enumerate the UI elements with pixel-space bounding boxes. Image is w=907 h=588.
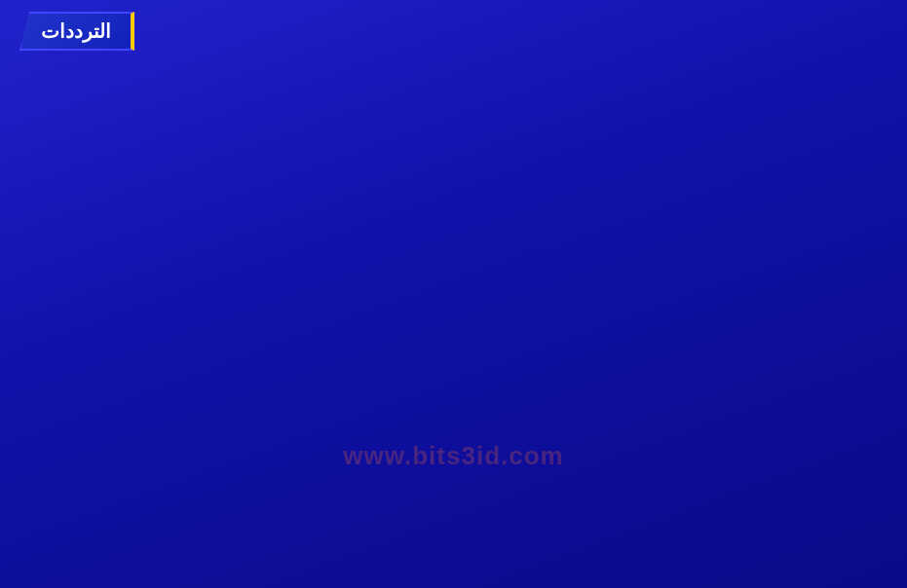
page-title: الترددات (19, 12, 134, 51)
title-text: الترددات (41, 20, 111, 42)
header: الترددات (0, 0, 907, 55)
background (0, 0, 907, 588)
